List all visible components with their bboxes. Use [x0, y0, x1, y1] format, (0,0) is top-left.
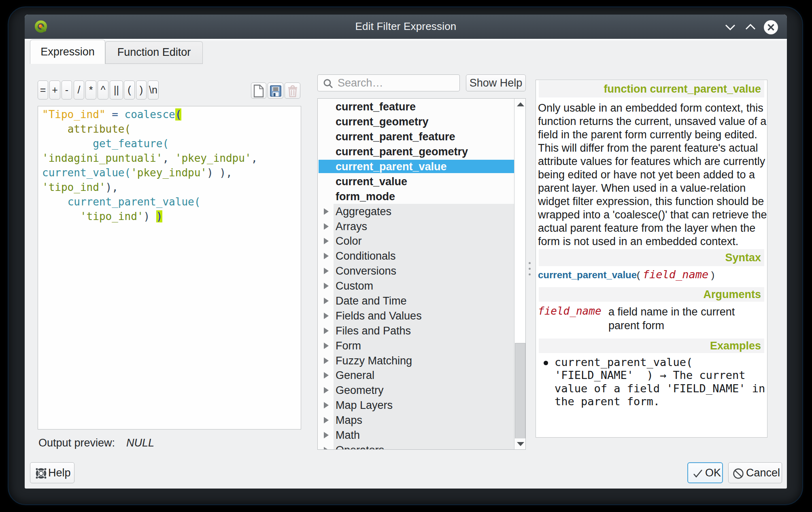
list-item-Custom[interactable]: Custom — [318, 279, 514, 294]
list-item-Math[interactable]: Math — [318, 428, 514, 443]
list-item-Map Layers[interactable]: Map Layers — [318, 398, 514, 413]
operator-button-([interactable]: ( — [124, 80, 135, 99]
operator-button-)[interactable]: ) — [136, 80, 147, 99]
new-expression-button[interactable] — [251, 83, 266, 99]
list-item-current_parent_geometry[interactable]: current_parent_geometry — [318, 144, 514, 159]
output-preview-label: Output preview: — [38, 437, 115, 449]
list-item-label: Math — [336, 429, 360, 442]
list-item-current_feature[interactable]: current_feature — [318, 99, 514, 114]
tab-expression[interactable]: Expression — [30, 40, 105, 64]
maximize-window-icon[interactable] — [743, 20, 758, 34]
expand-arrow-icon[interactable] — [324, 208, 329, 215]
titlebar[interactable]: Edit Filter Expression — [25, 15, 787, 39]
operator-button--[interactable]: - — [62, 80, 72, 99]
scroll-down-icon — [517, 442, 524, 446]
ok-button[interactable]: OK — [687, 462, 723, 483]
list-item-Fields and Values[interactable]: Fields and Values — [318, 308, 514, 323]
list-item-Fuzzy Matching[interactable]: Fuzzy Matching — [318, 353, 514, 368]
list-item-label: current_value — [336, 175, 407, 188]
cancel-button[interactable]: Cancel — [728, 462, 782, 483]
list-item-Arrays[interactable]: Arrays — [318, 219, 514, 234]
list-item-General[interactable]: General — [318, 368, 514, 383]
function-list-scrollbar[interactable] — [514, 99, 525, 449]
example-bullet — [544, 361, 548, 365]
expand-arrow-icon[interactable] — [324, 313, 329, 319]
expand-arrow-icon[interactable] — [324, 298, 329, 304]
list-item-current_value[interactable]: current_value — [318, 174, 514, 189]
list-item-current_parent_value[interactable]: current_parent_value — [318, 159, 514, 174]
list-item-Files and Paths[interactable]: Files and Paths — [318, 323, 514, 338]
operator-button-\n[interactable]: \n — [148, 80, 159, 99]
expand-arrow-icon[interactable] — [324, 358, 329, 364]
expand-arrow-icon[interactable] — [324, 268, 329, 274]
save-expression-button[interactable] — [268, 83, 283, 99]
arguments-header: Arguments — [703, 288, 761, 301]
scroll-down-button[interactable] — [515, 438, 525, 449]
list-item-current_geometry[interactable]: current_geometry — [318, 114, 514, 129]
expand-arrow-icon[interactable] — [324, 402, 329, 408]
shade-window-icon[interactable] — [723, 20, 738, 34]
operator-button-||[interactable]: || — [110, 80, 123, 99]
list-item-Conversions[interactable]: Conversions — [318, 264, 514, 279]
check-icon — [693, 469, 703, 478]
operator-button-+[interactable]: + — [49, 80, 60, 99]
function-help-panel: function current_parent_value Only usabl… — [536, 80, 767, 438]
example-item: current_parent_value( 'FIELD_NAME' ) → T… — [555, 356, 765, 408]
operator-button-^[interactable]: ^ — [98, 80, 108, 99]
list-item-Conditionals[interactable]: Conditionals — [318, 249, 514, 264]
search-placeholder: Search… — [338, 77, 383, 89]
expand-arrow-icon[interactable] — [324, 253, 329, 259]
expand-arrow-icon[interactable] — [324, 223, 329, 230]
tab-function-editor[interactable]: Function Editor — [105, 41, 203, 64]
list-item-label: Map Layers — [336, 399, 393, 412]
expand-arrow-icon[interactable] — [324, 387, 329, 394]
argument-name: field_name — [538, 305, 608, 332]
list-item-Aggregates[interactable]: Aggregates — [318, 204, 514, 219]
close-icon — [764, 20, 778, 34]
show-help-button[interactable]: Show Help — [466, 74, 526, 91]
expand-arrow-icon[interactable] — [324, 447, 329, 450]
list-item-Maps[interactable]: Maps — [318, 413, 514, 428]
splitter-handle-dot[interactable] — [529, 268, 531, 270]
delete-expression-button[interactable] — [285, 83, 300, 99]
list-item-form_mode[interactable]: form_mode — [318, 189, 514, 204]
list-item-Form[interactable]: Form — [318, 338, 514, 353]
function-list-rows: current_featurecurrent_geometrycurrent_p… — [318, 99, 514, 450]
scroll-up-button[interactable] — [515, 99, 525, 110]
list-item-Operators[interactable]: Operators — [318, 442, 514, 450]
trash-icon — [287, 85, 299, 97]
list-item-label: Date and Time — [336, 295, 407, 307]
expand-arrow-icon[interactable] — [324, 432, 329, 438]
help-description: Only usable in an embedded form context,… — [538, 102, 767, 248]
syntax-paren-open: ( — [637, 269, 640, 280]
list-item-Geometry[interactable]: Geometry — [318, 383, 514, 398]
list-item-Color[interactable]: Color — [318, 234, 514, 249]
expand-arrow-icon[interactable] — [324, 372, 329, 379]
list-item-label: Fields and Values — [336, 309, 422, 322]
list-item-Date and Time[interactable]: Date and Time — [318, 294, 514, 309]
expression-editor[interactable]: "Tipo_ind" = coalesce( attribute( get_fe… — [38, 106, 301, 429]
syntax-header: Syntax — [725, 252, 761, 264]
splitter-handle-dot[interactable] — [529, 273, 531, 275]
expand-arrow-icon[interactable] — [324, 343, 329, 349]
close-window-button[interactable] — [764, 20, 778, 34]
operator-button-*[interactable]: * — [85, 80, 96, 99]
expand-arrow-icon[interactable] — [324, 417, 329, 423]
operator-button-=[interactable]: = — [38, 80, 48, 99]
syntax-argument: field_name — [643, 268, 709, 281]
search-input[interactable]: Search… — [317, 74, 460, 91]
tab-label: Expression — [30, 40, 105, 63]
list-item-current_parent_feature[interactable]: current_parent_feature — [318, 129, 514, 144]
list-item-label: Arrays — [336, 220, 367, 233]
expand-arrow-icon[interactable] — [324, 283, 329, 289]
expand-arrow-icon[interactable] — [324, 238, 329, 244]
group-row-background — [334, 428, 514, 443]
operator-button-/[interactable]: / — [74, 80, 84, 99]
blank-page-icon — [253, 85, 264, 97]
scrollbar-thumb[interactable] — [515, 343, 525, 442]
splitter-handle-dot[interactable] — [529, 262, 531, 264]
expand-arrow-icon[interactable] — [324, 328, 329, 334]
function-list[interactable]: current_featurecurrent_geometrycurrent_p… — [317, 98, 526, 450]
output-preview-value: NULL — [126, 437, 154, 449]
help-button[interactable]: Help — [30, 462, 74, 483]
